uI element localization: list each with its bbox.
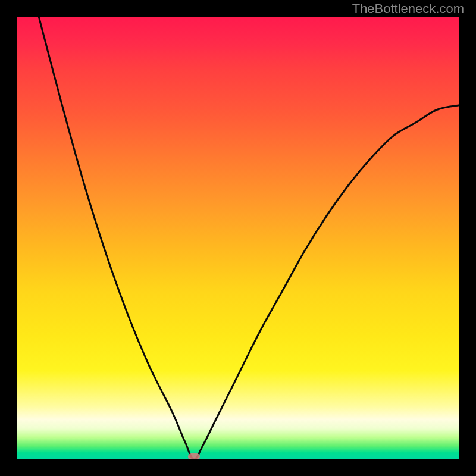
watermark-text: TheBottleneck.com [352,1,464,17]
plot-area [17,17,459,459]
chart-frame: TheBottleneck.com [0,0,476,476]
bottleneck-curve [17,17,459,459]
optimal-marker [188,453,200,459]
